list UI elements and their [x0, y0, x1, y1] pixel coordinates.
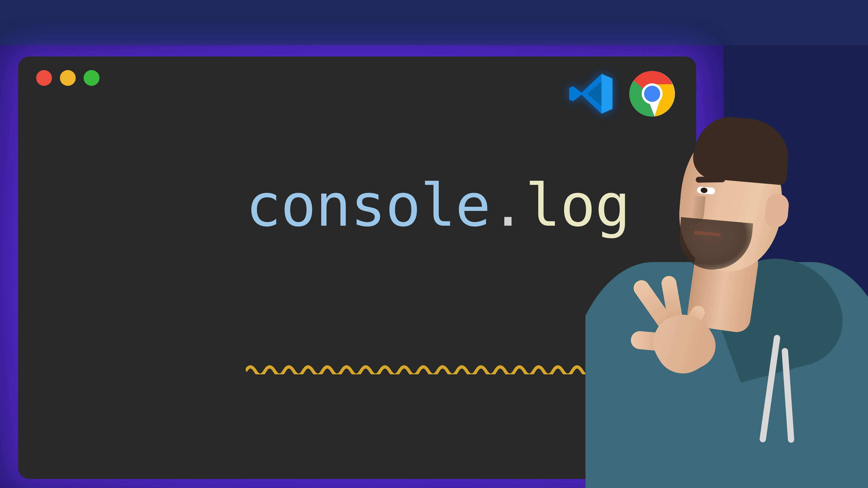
warning-squiggle-icon [246, 362, 630, 375]
presenter-figure [585, 104, 868, 488]
maximize-icon [84, 70, 99, 86]
top-navy-band [0, 0, 868, 45]
token-dot: . [490, 171, 525, 239]
code-line-1: console.log [246, 175, 630, 360]
svg-point-2 [644, 86, 660, 102]
token-console: console [246, 171, 490, 239]
minimize-icon [60, 70, 76, 86]
close-icon [36, 70, 52, 86]
code-content: console.log debugger; [36, 113, 678, 488]
